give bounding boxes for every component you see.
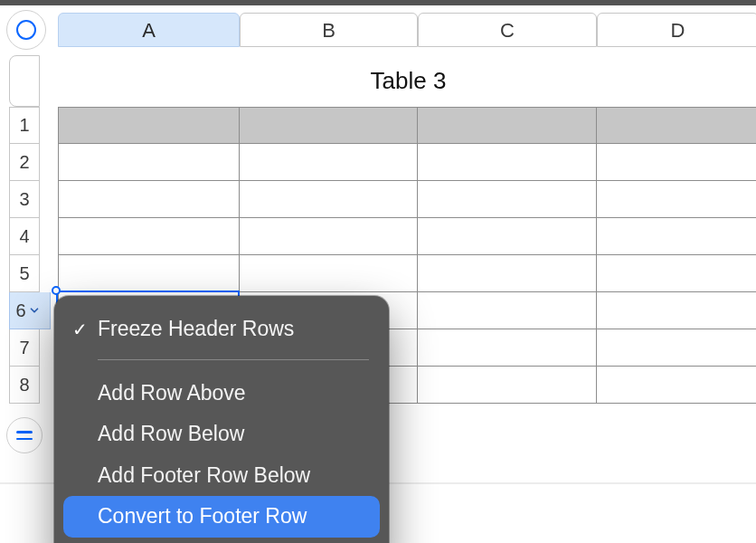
cell-D6[interactable] [597, 292, 756, 329]
menu-item-add-footer-row-below[interactable]: Add Footer Row Below [63, 455, 380, 497]
selection-handle-top-left[interactable] [52, 286, 61, 295]
row-number-label: 5 [19, 263, 29, 284]
row-number-label: 8 [19, 375, 29, 395]
check-icon: ✓ [72, 318, 88, 339]
cell-D7[interactable] [597, 329, 756, 367]
menu-item-label: Add Row Below [98, 422, 244, 445]
column-header-b[interactable]: B [240, 13, 418, 47]
cell-C6[interactable] [418, 292, 597, 329]
menu-item-label: Freeze Header Rows [98, 317, 294, 340]
cell-C1[interactable] [418, 107, 597, 144]
table-row [58, 107, 756, 144]
table-title[interactable]: Table 3 [58, 55, 756, 107]
column-header-a[interactable]: A [58, 13, 240, 47]
cell-C8[interactable] [418, 367, 597, 404]
row-header-5[interactable]: 5 [9, 255, 40, 292]
cell-B4[interactable] [240, 218, 418, 255]
window-top-bar [0, 0, 756, 5]
cell-B2[interactable] [240, 144, 418, 181]
menu-separator [98, 359, 369, 360]
chevron-down-icon[interactable] [28, 304, 41, 317]
menu-item-freeze-header-rows[interactable]: ✓Freeze Header Rows [63, 309, 380, 350]
circle-icon [16, 20, 36, 40]
cell-C4[interactable] [418, 218, 597, 255]
menu-item-label: Add Row Above [98, 381, 246, 405]
row-header-8[interactable]: 8 [9, 367, 40, 404]
menu-item-convert-to-footer-row[interactable]: Convert to Footer Row [63, 496, 380, 538]
cell-A1[interactable] [58, 107, 240, 144]
menu-item-add-row-below[interactable]: Add Row Below [63, 414, 380, 455]
row-header-6[interactable]: 6 [9, 292, 51, 329]
cell-D1[interactable] [597, 107, 756, 144]
table-row [58, 181, 756, 218]
menu-item-label: Convert to Footer Row [98, 504, 307, 528]
row-number-label: 4 [19, 226, 29, 247]
menu-item-add-row-above[interactable]: Add Row Above [63, 373, 380, 414]
cell-D5[interactable] [597, 255, 756, 292]
table-row [58, 218, 756, 255]
cell-C2[interactable] [418, 144, 597, 181]
cell-B3[interactable] [240, 181, 418, 218]
row-number-label: 7 [19, 338, 29, 358]
cell-C5[interactable] [418, 255, 597, 292]
cell-B5[interactable] [240, 255, 418, 292]
row-header-4[interactable]: 4 [9, 218, 40, 255]
cell-D3[interactable] [597, 181, 756, 218]
cell-D2[interactable] [597, 144, 756, 181]
row-header-blank [9, 55, 40, 107]
row-number-label: 1 [19, 115, 29, 136]
row-context-menu: ✓Freeze Header RowsAdd Row AboveAdd Row … [54, 296, 389, 543]
cell-A5[interactable] [58, 255, 240, 292]
column-header-d[interactable]: D [597, 13, 756, 47]
row-header-2[interactable]: 2 [9, 144, 40, 181]
row-header-7[interactable]: 7 [9, 329, 40, 367]
add-row-handle[interactable] [6, 417, 43, 453]
cell-A4[interactable] [58, 218, 240, 255]
table-select-all-handle[interactable] [6, 10, 46, 50]
cell-D8[interactable] [597, 367, 756, 404]
column-headers: ABCD [58, 13, 756, 47]
column-header-c[interactable]: C [418, 13, 597, 47]
cell-A3[interactable] [58, 181, 240, 218]
cell-C7[interactable] [418, 329, 597, 367]
table-row [58, 255, 756, 292]
menu-item-label: Add Footer Row Below [98, 463, 310, 487]
row-number-label: 3 [19, 189, 29, 210]
row-header-1[interactable]: 1 [9, 107, 40, 144]
cell-D4[interactable] [597, 218, 756, 255]
table-row [58, 144, 756, 181]
cell-B1[interactable] [240, 107, 418, 144]
cell-A2[interactable] [58, 144, 240, 181]
equals-icon [16, 431, 33, 440]
row-number-label: 6 [15, 300, 25, 321]
row-number-label: 2 [19, 152, 29, 173]
row-header-3[interactable]: 3 [9, 181, 40, 218]
cell-C3[interactable] [418, 181, 597, 218]
